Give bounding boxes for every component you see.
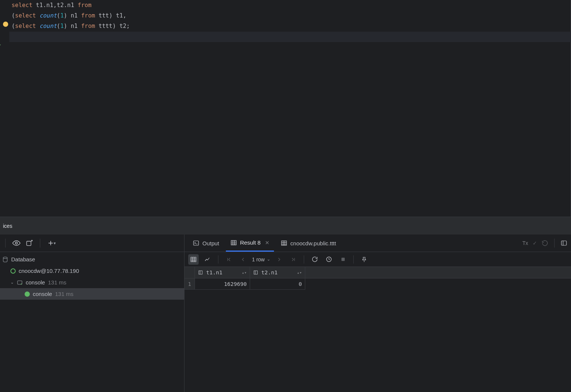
grid-corner: [184, 267, 195, 278]
terminal-icon: [193, 240, 199, 246]
tree-folder-ms: 131 ms: [48, 279, 66, 286]
tab-table-label: cnoocdw.public.tttt: [290, 240, 336, 246]
tab-right-tools: Tx ✓: [522, 239, 567, 248]
services-left-toolbar: ▾: [0, 235, 184, 252]
services-panel-header: ices: [0, 217, 571, 235]
tree-folder-console[interactable]: ⌄ console 131 ms: [0, 277, 184, 288]
tab-result-label: Result 8: [240, 239, 261, 246]
tab-output[interactable]: Output: [188, 235, 224, 252]
svg-point-4: [21, 283, 22, 284]
grid-col-header[interactable]: t1.n1 ▴▾: [195, 267, 250, 278]
table-icon: [230, 239, 237, 246]
grid-header: t1.n1 ▴▾ t2.n1 ▴▾: [184, 267, 571, 278]
tab-result[interactable]: Result 8 ✕: [226, 235, 274, 252]
console-folder-icon: [17, 280, 23, 286]
last-page-button[interactable]: [288, 254, 299, 265]
tree-item-console[interactable]: console 131 ms: [0, 288, 184, 300]
plus-icon[interactable]: ▾: [47, 239, 56, 247]
row-count-label: 1 row: [252, 256, 265, 262]
svg-rect-5: [193, 241, 199, 245]
first-page-button[interactable]: [224, 254, 234, 265]
tx-label[interactable]: Tx: [522, 240, 528, 246]
table-icon: [281, 240, 287, 246]
column-icon: [253, 270, 258, 275]
status-ok-dot-icon: [25, 291, 30, 297]
checkmark-icon: ✓: [0, 43, 1, 48]
svg-rect-1: [27, 241, 31, 246]
prev-page-button[interactable]: [238, 254, 248, 265]
svg-rect-8: [561, 241, 567, 245]
svg-rect-13: [254, 271, 257, 274]
svg-rect-9: [191, 257, 196, 262]
close-icon[interactable]: ✕: [265, 240, 269, 246]
svg-rect-6: [231, 240, 236, 245]
services-left-pane: ▾ Database cnoocdw@10.77.78.190 ⌄: [0, 235, 184, 392]
history-button[interactable]: [324, 254, 334, 265]
svg-point-2: [3, 257, 7, 258]
grid-col-header[interactable]: t2.n1 ▴▾: [250, 267, 305, 278]
table-view-button[interactable]: [188, 254, 199, 265]
tree-connection[interactable]: cnoocdw@10.77.78.190: [0, 265, 184, 277]
services-panel-body: ▾ Database cnoocdw@10.77.78.190 ⌄: [0, 235, 571, 392]
tab-table[interactable]: cnoocdw.public.tttt: [276, 235, 341, 252]
tab-output-label: Output: [202, 240, 219, 246]
grid-toolbar: 1 row ⌄: [184, 252, 571, 267]
editor-gutter: ✓: [0, 0, 9, 217]
grid-cell[interactable]: 1629690: [195, 278, 250, 290]
sort-icon[interactable]: ▴▾: [242, 271, 247, 274]
tree-folder-label: console: [26, 279, 45, 286]
tree-connection-label: cnoocdw@10.77.78.190: [19, 268, 79, 274]
editor-pane: ✓ select t1.n1,t2.n1 from(select count(1…: [0, 0, 571, 217]
next-page-button[interactable]: [274, 254, 284, 265]
tree-root-label: Database: [11, 256, 35, 262]
services-right-pane: Output Result 8 ✕ cnoocdw.public.tttt Tx…: [184, 235, 571, 392]
grid-rownum: 1: [184, 278, 195, 290]
chevron-down-icon: ⌄: [267, 257, 270, 262]
status-ok-icon: [10, 268, 16, 274]
rollback-icon[interactable]: [542, 240, 548, 246]
svg-rect-11: [341, 258, 345, 261]
tree-item-label: console: [33, 291, 52, 297]
pin-button[interactable]: [359, 254, 369, 265]
commit-check-icon[interactable]: ✓: [533, 240, 537, 246]
tree-root-database[interactable]: Database: [0, 254, 184, 265]
services-tree: Database cnoocdw@10.77.78.190 ⌄ console …: [0, 252, 184, 301]
eye-icon[interactable]: [12, 239, 20, 247]
database-icon: [2, 256, 8, 262]
svg-point-0: [15, 242, 18, 244]
stop-button[interactable]: [338, 254, 348, 265]
layout-icon[interactable]: [561, 240, 567, 246]
sort-icon[interactable]: ▴▾: [297, 271, 302, 274]
chevron-down-icon[interactable]: ⌄: [10, 280, 14, 285]
code-area[interactable]: select t1.n1,t2.n1 from(select count(1) …: [9, 0, 571, 217]
grid-cell[interactable]: 0: [250, 278, 305, 290]
svg-rect-12: [199, 271, 202, 274]
result-tabs: Output Result 8 ✕ cnoocdw.public.tttt Tx…: [184, 235, 571, 252]
column-icon: [198, 270, 203, 275]
row-count[interactable]: 1 row ⌄: [252, 256, 270, 262]
new-tab-icon[interactable]: [26, 239, 33, 247]
chart-view-button[interactable]: [202, 254, 213, 265]
refresh-button[interactable]: [309, 254, 320, 265]
tree-item-ms: 131 ms: [55, 291, 73, 297]
services-panel-title: ices: [3, 223, 12, 229]
grid-row[interactable]: 1 1629690 0: [184, 278, 571, 290]
grid-col1-label: t1.n1: [206, 270, 223, 275]
grid-col2-label: t2.n1: [261, 270, 278, 275]
lightbulb-icon[interactable]: [3, 22, 8, 27]
svg-rect-7: [281, 241, 287, 245]
result-grid: t1.n1 ▴▾ t2.n1 ▴▾ 1 1629690 0: [184, 267, 571, 290]
